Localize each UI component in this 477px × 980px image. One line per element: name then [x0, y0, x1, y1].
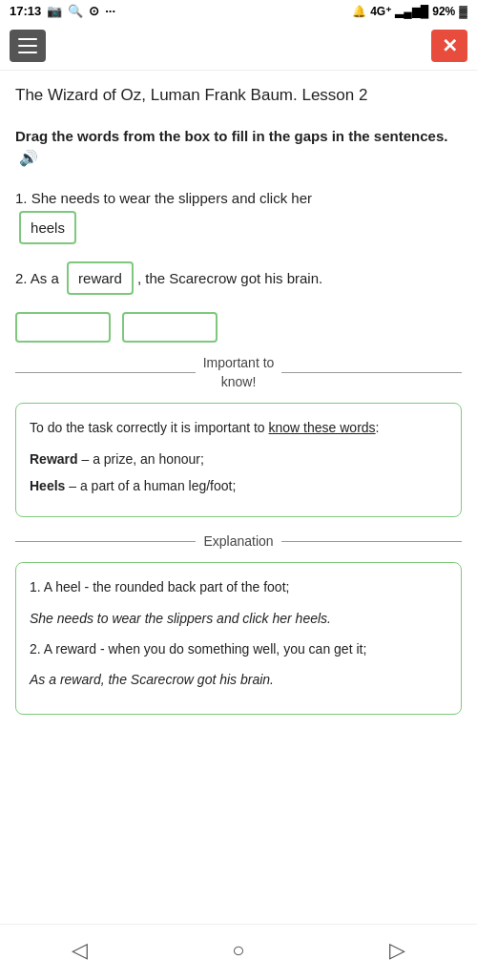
drop-boxes-area: [15, 312, 462, 343]
wifi-bars: ▂▄▆█: [395, 5, 428, 18]
explanation-divider: Explanation: [15, 532, 462, 552]
vocab-reward: Reward – a prize, an honour;: [30, 448, 447, 469]
vocab-def-reward: – a prize, an honour;: [78, 451, 204, 467]
info-intro-text: To do the task correctly it is important…: [30, 420, 269, 435]
drop-box-1[interactable]: [15, 312, 111, 343]
word-box-heels[interactable]: heels: [19, 211, 76, 244]
sentence-2-before: 2. As a: [15, 270, 63, 286]
important-info-box: To do the task correctly it is important…: [15, 403, 462, 516]
main-content: The Wizard of Oz, Luman Frank Baum. Less…: [0, 71, 477, 924]
status-left: 17:13 📷 🔍 ⊙ ···: [10, 4, 115, 18]
exp-item-2-text: 2. A reward - when you do something well…: [30, 638, 447, 659]
vocab-term-heels: Heels: [30, 478, 65, 493]
sentence-1-before: 1. She needs to wear the slippers and cl…: [15, 190, 312, 206]
sentence-1: 1. She needs to wear the slippers and cl…: [15, 185, 462, 244]
drop-box-2[interactable]: [122, 312, 218, 343]
status-right: 🔔 4G⁺ ▂▄▆█ 92% ▓: [352, 5, 467, 18]
toolbar: ✕: [0, 22, 477, 71]
more-icon: ···: [105, 4, 115, 18]
camera-icon: 📷: [47, 4, 62, 18]
exp-item-1-text: 1. A heel - the rounded back part of the…: [30, 576, 447, 597]
exp-divider-right: [281, 541, 462, 542]
battery-display: 92%: [432, 5, 455, 18]
divider-line-right: [281, 372, 462, 373]
menu-button[interactable]: [10, 30, 46, 62]
alarm-icon: 🔔: [352, 5, 366, 18]
lesson-title: The Wizard of Oz, Luman Frank Baum. Less…: [15, 84, 462, 107]
sentence-2: 2. As a reward, the Scarecrow got his br…: [15, 261, 462, 295]
hamburger-line: [18, 52, 37, 53]
exp-item-2-example: As a reward, the Scarecrow got his brain…: [30, 669, 447, 690]
forward-button[interactable]: ▷: [370, 934, 425, 967]
vocab-term-reward: Reward: [30, 451, 78, 467]
bottom-nav: ◁ ○ ▷: [0, 924, 477, 980]
back-button[interactable]: ◁: [52, 934, 107, 967]
know-words-link: know these words: [269, 420, 376, 435]
close-button[interactable]: ✕: [431, 30, 467, 62]
hamburger-line: [18, 38, 37, 40]
sentence-2-after: , the Scarecrow got his brain.: [137, 270, 322, 286]
status-bar: 17:13 📷 🔍 ⊙ ··· 🔔 4G⁺ ▂▄▆█ 92% ▓: [0, 0, 477, 22]
word-box-reward[interactable]: reward: [67, 261, 134, 295]
time-display: 17:13: [10, 4, 41, 18]
task-instruction-text: Drag the words from the box to fill in t…: [15, 128, 447, 144]
battery-icon: ▓: [459, 5, 467, 18]
info-intro: To do the task correctly it is important…: [30, 417, 447, 438]
vocab-def-heels: – a part of a human leg/foot;: [65, 478, 236, 493]
info-colon: :: [376, 420, 380, 435]
vocab-heels: Heels – a part of a human leg/foot;: [30, 475, 447, 496]
hamburger-line: [18, 45, 37, 47]
search-icon: 🔍: [68, 4, 83, 18]
explanation-box: 1. A heel - the rounded back part of the…: [15, 562, 462, 715]
task-instruction: Drag the words from the box to fill in t…: [15, 126, 462, 171]
exp-divider-left: [15, 541, 196, 542]
divider-line-left: [15, 372, 196, 373]
exp-item-1-example: She needs to wear the slippers and click…: [30, 608, 447, 629]
important-label: Important toknow!: [203, 354, 275, 391]
speaker-icon[interactable]: 🔊: [19, 147, 38, 170]
home-button[interactable]: ○: [213, 934, 263, 967]
important-divider: Important toknow!: [15, 354, 462, 391]
signal-icon: 4G⁺: [370, 5, 391, 18]
circle-icon: ⊙: [89, 4, 99, 18]
explanation-label: Explanation: [203, 532, 273, 552]
